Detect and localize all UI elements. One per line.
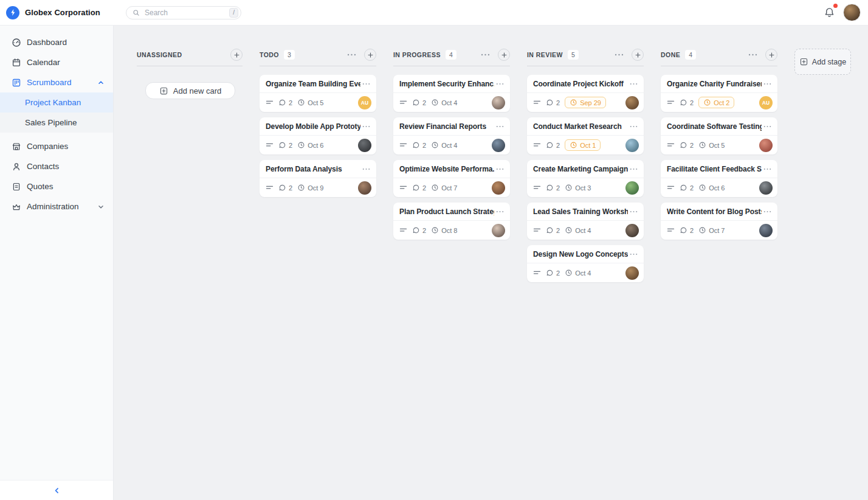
sidebar-item-dashboard[interactable]: Dashboard bbox=[0, 32, 113, 52]
plus-icon bbox=[501, 52, 508, 58]
column-name: IN REVIEW bbox=[527, 51, 563, 58]
column-count-badge: 4 bbox=[685, 50, 696, 60]
comment-count: 2 bbox=[556, 142, 560, 149]
sidebar-item-contacts[interactable]: Contacts bbox=[0, 156, 113, 176]
column-add-card-button[interactable] bbox=[364, 49, 376, 61]
card-menu-button[interactable] bbox=[628, 123, 639, 130]
due-date: Oct 4 bbox=[431, 99, 457, 106]
column-menu-button[interactable] bbox=[480, 52, 491, 57]
search-box[interactable]: / bbox=[126, 6, 241, 19]
column-menu-button[interactable] bbox=[747, 52, 759, 57]
kanban-card[interactable]: Create Marketing Campaign2Oct 3 bbox=[527, 160, 644, 197]
plus-icon bbox=[367, 52, 374, 58]
card-menu-button[interactable] bbox=[494, 123, 506, 130]
card-menu-button[interactable] bbox=[628, 209, 639, 215]
column-add-card-button[interactable] bbox=[632, 49, 644, 61]
chevron-left-icon bbox=[53, 487, 61, 495]
card-footer: 2Oct 2AU bbox=[661, 93, 777, 112]
card-footer: 2Oct 5 bbox=[661, 136, 777, 155]
sidebar-item-label: Companies bbox=[27, 142, 68, 151]
kanban-card[interactable]: Review Financial Reports2Oct 4 bbox=[393, 117, 510, 155]
card-menu-button[interactable] bbox=[494, 81, 506, 87]
avatar bbox=[625, 96, 639, 109]
card-menu-button[interactable] bbox=[762, 166, 773, 172]
clock-icon bbox=[431, 99, 439, 106]
due-date-label: Oct 2 bbox=[714, 99, 729, 106]
card-title: Design New Logo Concepts bbox=[533, 250, 628, 259]
clock-icon bbox=[565, 269, 573, 277]
sidebar-collapse-button[interactable] bbox=[0, 480, 113, 500]
kanban-card[interactable]: Optimize Website Performa...2Oct 7 bbox=[393, 160, 510, 197]
kanban-card[interactable]: Implement Security Enhanc...2Oct 4 bbox=[393, 75, 510, 112]
card-comments: 2 bbox=[546, 99, 560, 106]
plus-icon bbox=[233, 52, 240, 58]
card-menu-button[interactable] bbox=[762, 209, 773, 215]
kanban-card[interactable]: Lead Sales Training Worksh...2Oct 4 bbox=[527, 203, 644, 240]
user-avatar[interactable] bbox=[843, 4, 861, 21]
clock-icon bbox=[565, 226, 573, 234]
kanban-card[interactable]: Write Content for Blog Posts2Oct 7 bbox=[661, 203, 777, 240]
kanban-card[interactable]: Coordinate Project Kickoff2Sep 29 bbox=[527, 75, 644, 112]
card-menu-button[interactable] bbox=[628, 166, 639, 172]
clock-icon bbox=[703, 99, 711, 106]
card-title-row: Implement Security Enhanc... bbox=[393, 75, 510, 93]
kanban-card[interactable]: Organize Charity Fundraiser2Oct 2AU bbox=[661, 75, 777, 112]
card-menu-button[interactable] bbox=[762, 81, 773, 87]
sidebar-item-administration[interactable]: Administration bbox=[0, 196, 113, 217]
card-comments: 2 bbox=[412, 99, 426, 106]
card-menu-button[interactable] bbox=[628, 81, 639, 87]
kanban-card[interactable]: Design New Logo Concepts2Oct 4 bbox=[527, 245, 644, 282]
kanban-card[interactable]: Conduct Market Research2Oct 1 bbox=[527, 117, 644, 155]
avatar bbox=[492, 139, 505, 152]
comment-count: 2 bbox=[690, 99, 694, 106]
kanban-card[interactable]: Develop Mobile App Prototy...2Oct 6 bbox=[260, 117, 376, 155]
sidebar-item-companies[interactable]: Companies bbox=[0, 136, 113, 156]
sidebar-item-label: Administration bbox=[27, 202, 79, 211]
due-date-label: Oct 4 bbox=[441, 99, 457, 106]
column-add-card-button[interactable] bbox=[230, 49, 243, 61]
column-add-card-button[interactable] bbox=[498, 49, 510, 61]
kanban-card[interactable]: Perform Data Analysis2Oct 9 bbox=[260, 160, 376, 197]
card-menu-button[interactable] bbox=[360, 123, 372, 130]
search-input[interactable] bbox=[143, 8, 226, 18]
card-footer: 2Oct 4 bbox=[527, 221, 644, 240]
column-header: IN PROGRESS4 bbox=[393, 49, 510, 61]
comment-icon bbox=[680, 184, 687, 192]
card-menu-button[interactable] bbox=[628, 251, 639, 257]
card-menu-button[interactable] bbox=[494, 166, 506, 172]
ellipsis-icon bbox=[496, 168, 504, 170]
card-title: Plan Product Launch Strategy bbox=[399, 207, 494, 216]
chevron-down-icon bbox=[97, 203, 105, 210]
kanban-card[interactable]: Facilitate Client Feedback S...2Oct 6 bbox=[661, 160, 777, 197]
sidebar-item-project-kanban[interactable]: Project Kanban bbox=[0, 92, 113, 113]
plus-square-icon bbox=[159, 86, 168, 95]
add-new-card-button[interactable]: Add new card bbox=[145, 82, 235, 99]
sidebar-item-scrumboard[interactable]: Scrumboard bbox=[0, 72, 113, 92]
notification-dot bbox=[833, 4, 838, 8]
kanban-card[interactable]: Organize Team Building Event2Oct 5AU bbox=[260, 75, 376, 112]
kanban-card[interactable]: Plan Product Launch Strategy2Oct 8 bbox=[393, 203, 510, 240]
kanban-card[interactable]: Coordinate Software Testing2Oct 5 bbox=[661, 117, 777, 155]
comment-count: 2 bbox=[556, 184, 560, 192]
due-date-label: Oct 4 bbox=[575, 227, 591, 234]
due-date: Oct 8 bbox=[431, 226, 457, 234]
card-menu-button[interactable] bbox=[360, 166, 372, 172]
card-menu-button[interactable] bbox=[360, 81, 372, 87]
due-date-overdue-badge: Oct 1 bbox=[565, 139, 601, 151]
clock-icon bbox=[431, 184, 439, 192]
add-stage-button[interactable]: Add stage bbox=[794, 49, 851, 75]
sidebar-item-sales-pipeline[interactable]: Sales Pipeline bbox=[0, 113, 113, 133]
notifications-button[interactable] bbox=[822, 5, 836, 20]
column-menu-button[interactable] bbox=[613, 52, 625, 57]
column-add-card-button[interactable] bbox=[765, 49, 777, 61]
card-footer: 2Oct 4 bbox=[393, 136, 510, 155]
sidebar-item-quotes[interactable]: Quotes bbox=[0, 176, 113, 196]
column-menu-button[interactable] bbox=[346, 52, 357, 57]
comment-count: 2 bbox=[690, 227, 694, 234]
card-menu-button[interactable] bbox=[494, 209, 506, 215]
avatar: AU bbox=[358, 96, 371, 109]
avatar: AU bbox=[759, 96, 773, 109]
sidebar-item-calendar[interactable]: Calendar bbox=[0, 52, 113, 72]
comment-count: 2 bbox=[289, 99, 292, 106]
card-menu-button[interactable] bbox=[762, 123, 773, 130]
